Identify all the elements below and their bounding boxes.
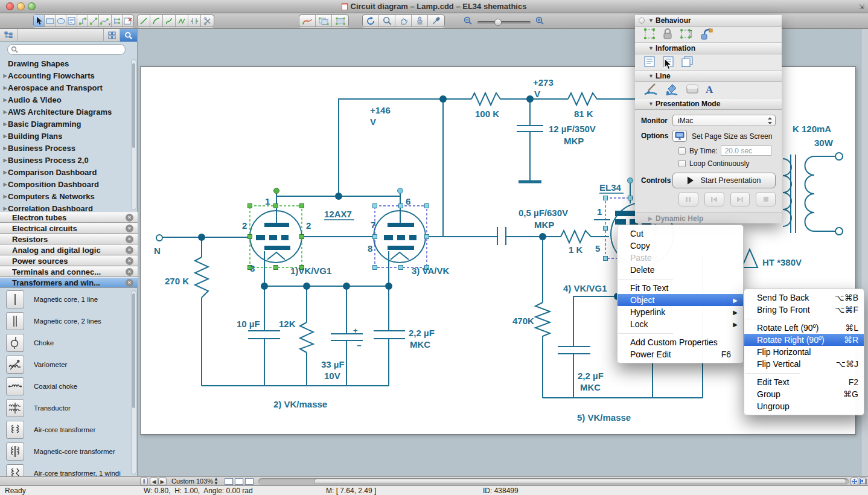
library-section-header[interactable]: Analog and digital logic × — [0, 244, 138, 255]
zoom-slider[interactable] — [477, 21, 531, 24]
grid-view-tab[interactable] — [104, 29, 120, 42]
pause-button[interactable] — [678, 192, 698, 206]
arc-draw-tool-button[interactable] — [150, 15, 163, 27]
library-item[interactable]: Air-core transformer, 1 windi — [0, 462, 132, 476]
eyedropper-tool-button[interactable] — [428, 15, 444, 27]
zoom-in-icon[interactable] — [535, 16, 544, 28]
line-section-header[interactable]: Line — [635, 71, 782, 82]
close-section-icon[interactable]: × — [126, 246, 133, 254]
disclosure-triangle-icon[interactable]: ▶ — [0, 121, 8, 127]
library-item[interactable]: Transductor — [0, 397, 132, 419]
close-section-icon[interactable]: × — [126, 257, 133, 265]
context-menu-item[interactable]: Fit To Text — [617, 282, 743, 294]
context-menu-item[interactable]: Lock ▶ — [617, 318, 743, 330]
dynamic-help-section-header[interactable]: Dynamic Help — [635, 212, 782, 223]
rotate-view-button[interactable] — [363, 15, 379, 27]
category-scrollbar[interactable] — [131, 59, 136, 210]
submenu-item[interactable]: Edit Text F2 — [744, 376, 864, 388]
resize-corner-icon[interactable]: ⇲ — [859, 3, 864, 11]
loop-checkbox[interactable] — [678, 160, 686, 167]
connector-behaviour-icon[interactable] — [700, 28, 713, 42]
divide-tool-button[interactable] — [188, 15, 201, 27]
zoom-level-display[interactable]: Custom 103% — [171, 477, 213, 485]
disclosure-triangle-icon[interactable]: ▶ — [0, 194, 8, 199]
sidebar-category-item[interactable]: ▶ Audio & Video — [0, 94, 132, 106]
presentation-section-header[interactable]: Presentation Mode — [635, 98, 782, 110]
curve-connector-tool-button[interactable] — [99, 15, 112, 27]
disclosure-triangle-icon[interactable]: ▶ — [0, 182, 8, 187]
horizontal-scrollbar-thumb[interactable] — [314, 479, 846, 484]
ellipse-tool-button[interactable] — [56, 15, 66, 27]
page-overview-corner-button[interactable] — [859, 477, 867, 485]
close-section-icon[interactable]: × — [126, 268, 133, 276]
resize-behaviour-icon[interactable] — [680, 28, 693, 42]
monitor-select[interactable]: iMac — [672, 115, 776, 126]
library-item[interactable]: Coaxial choke — [0, 375, 132, 397]
sidebar-category-item[interactable]: ▶ Aerospace and Transport — [0, 81, 132, 94]
context-menu-item[interactable] — [617, 276, 743, 282]
context-menu-item[interactable]: Paste — [617, 252, 743, 264]
library-item[interactable]: Choke — [0, 332, 132, 354]
previous-page-nav-button[interactable]: ◀ — [150, 477, 158, 485]
zoom-stepper[interactable]: ▲▼ — [214, 477, 219, 485]
delete-shape-tool-button[interactable] — [123, 15, 133, 27]
disclosure-triangle-icon[interactable]: ▶ — [0, 170, 8, 175]
library-item[interactable]: Variometer — [0, 354, 132, 375]
submenu-item[interactable]: Flip Vertical ⌥⌘J — [744, 358, 864, 370]
page-thumbnail-2[interactable] — [235, 478, 243, 485]
next-page-nav-button[interactable]: ▶ — [158, 477, 167, 485]
polyline-draw-tool-button[interactable] — [176, 15, 188, 27]
elbow-connector-tool-button[interactable] — [77, 15, 88, 27]
library-section-header[interactable]: Transformers and win... × — [0, 277, 138, 288]
sidebar-category-item[interactable]: ▶ Correlation Dashboard — [0, 202, 132, 212]
pages-stack-icon[interactable] — [681, 56, 694, 69]
context-menu-item[interactable]: Power Edit F6 — [617, 348, 743, 360]
submenu-item[interactable]: Ungroup — [744, 400, 864, 412]
tree-connector-tool-button[interactable] — [112, 15, 123, 27]
context-menu-item[interactable]: Add Custom Properties — [617, 336, 743, 348]
select-tool-button[interactable] — [34, 15, 45, 27]
sidebar-category-item[interactable]: ▶ Computers & Networks — [0, 190, 132, 202]
line-connector-tool-button[interactable] — [88, 15, 99, 27]
curve-draw-tool-button[interactable] — [163, 15, 176, 27]
item-scrollbar[interactable] — [131, 290, 136, 474]
disclosure-triangle-icon[interactable]: ▶ — [0, 109, 8, 115]
page-thumbnail-1[interactable] — [225, 478, 233, 485]
context-menu-item[interactable]: Delete — [617, 264, 743, 276]
sidebar-category-item[interactable]: ▶ AWS Architecture Diagrams — [0, 106, 132, 118]
library-item[interactable]: Magnetic core, 1 line — [0, 289, 132, 310]
submenu-item[interactable]: Flip Horizontal — [744, 346, 864, 358]
stamp-tool-button[interactable] — [412, 15, 428, 27]
lock-icon[interactable] — [662, 28, 673, 42]
library-section-header[interactable]: Electron tubes × — [0, 212, 138, 223]
search-view-tab[interactable] — [120, 29, 137, 42]
sidebar-category-item[interactable]: ▶ Basic Diagramming — [0, 118, 132, 130]
disclosure-triangle-icon[interactable]: ▶ — [0, 97, 8, 103]
disclosure-triangle-icon[interactable]: ▶ — [0, 145, 8, 151]
information-section-header[interactable]: Information — [635, 43, 782, 54]
disclosure-triangle-icon[interactable]: ▶ — [0, 85, 8, 91]
search-input[interactable] — [7, 44, 126, 55]
panel-knob-icon[interactable] — [639, 18, 645, 24]
pan-hand-tool-button[interactable] — [395, 15, 412, 27]
by-time-checkbox[interactable] — [678, 147, 686, 155]
item-scrollbar-thumb[interactable] — [132, 293, 135, 408]
disclosure-triangle-icon[interactable]: ▶ — [0, 73, 8, 78]
context-menu-item[interactable]: Object ▶ — [617, 294, 743, 306]
sidebar-category-item[interactable]: ▶ Business Process 2,0 — [0, 154, 132, 166]
scissors-tool-button[interactable] — [201, 15, 214, 27]
sidebar-category-item[interactable]: Drawing Shapes — [0, 57, 132, 69]
disclosure-triangle-icon[interactable]: ▶ — [0, 133, 8, 139]
brush-icon[interactable] — [643, 83, 658, 98]
library-section-header[interactable]: Terminals and connec... × — [0, 266, 138, 277]
sidebar-category-item[interactable]: ▶ Composition Dashboard — [0, 178, 132, 190]
selection-behaviour-icon[interactable] — [643, 28, 656, 42]
close-section-icon[interactable]: × — [126, 214, 133, 222]
context-menu-item[interactable]: Hyperlink ▶ — [617, 306, 743, 318]
line-draw-tool-button[interactable] — [138, 15, 150, 27]
set-page-size-button[interactable] — [672, 130, 687, 142]
text-tool-button[interactable] — [66, 15, 77, 27]
tree-view-tab[interactable] — [0, 29, 18, 42]
zoom-out-icon[interactable] — [464, 16, 473, 28]
start-presentation-button[interactable]: Start Presentation — [672, 173, 776, 188]
